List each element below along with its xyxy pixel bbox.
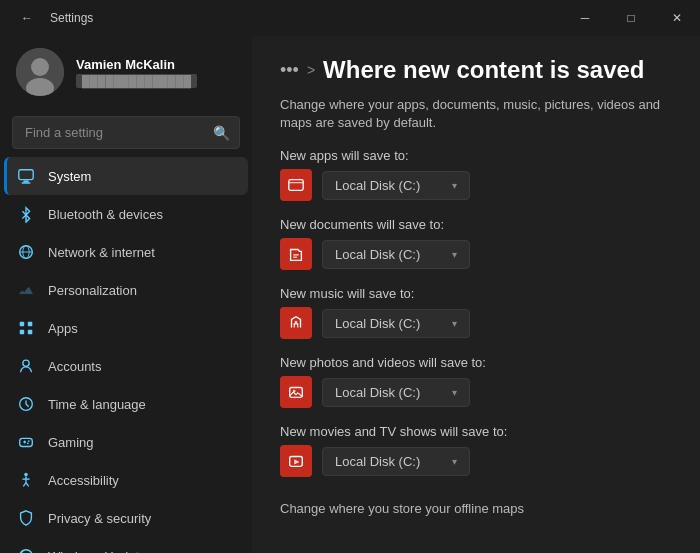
svg-point-32 bbox=[295, 321, 298, 324]
save-control-2: Local Disk (C:) ▾ bbox=[280, 307, 672, 339]
user-profile[interactable]: Vamien McKalin ██████████████ bbox=[0, 36, 252, 108]
svg-rect-3 bbox=[19, 170, 33, 180]
breadcrumb-separator: > bbox=[307, 62, 315, 78]
sidebar: Vamien McKalin ██████████████ 🔍 System B… bbox=[0, 36, 252, 553]
svg-rect-13 bbox=[20, 330, 25, 335]
sidebar-item-label: Accessibility bbox=[48, 473, 119, 488]
svg-rect-12 bbox=[28, 322, 33, 327]
privacy-icon bbox=[16, 508, 36, 528]
save-section: New apps will save to: Local Disk (C:) ▾… bbox=[252, 148, 700, 477]
sidebar-item-accounts[interactable]: Accounts bbox=[4, 347, 248, 385]
sidebar-item-label: Windows Update bbox=[48, 549, 146, 554]
svg-rect-33 bbox=[290, 388, 303, 398]
avatar bbox=[16, 48, 64, 96]
sidebar-item-label: Bluetooth & devices bbox=[48, 207, 163, 222]
update-icon bbox=[16, 546, 36, 553]
search-input[interactable] bbox=[12, 116, 240, 149]
save-row-2: New music will save to: Local Disk (C:) … bbox=[280, 286, 672, 339]
save-icon-4 bbox=[280, 445, 312, 477]
main-layout: Vamien McKalin ██████████████ 🔍 System B… bbox=[0, 36, 700, 553]
personalization-icon bbox=[16, 280, 36, 300]
sidebar-item-label: Apps bbox=[48, 321, 78, 336]
user-info: Vamien McKalin ██████████████ bbox=[76, 57, 197, 88]
titlebar: ← Settings ─ □ ✕ bbox=[0, 0, 700, 36]
save-label-3: New photos and videos will save to: bbox=[280, 355, 672, 370]
offline-maps-label: Change where you store your offline maps bbox=[252, 493, 700, 524]
save-row-4: New movies and TV shows will save to: Lo… bbox=[280, 424, 672, 477]
dropdown-arrow-4: ▾ bbox=[452, 456, 457, 467]
maximize-button[interactable]: □ bbox=[608, 0, 654, 36]
dropdown-arrow-1: ▾ bbox=[452, 249, 457, 260]
save-icon-0 bbox=[280, 169, 312, 201]
network-icon bbox=[16, 242, 36, 262]
user-name: Vamien McKalin bbox=[76, 57, 197, 72]
sidebar-item-system[interactable]: System bbox=[4, 157, 248, 195]
page-title: Where new content is saved bbox=[323, 56, 644, 84]
close-button[interactable]: ✕ bbox=[654, 0, 700, 36]
sidebar-item-label: Network & internet bbox=[48, 245, 155, 260]
save-dropdown-3[interactable]: Local Disk (C:) ▾ bbox=[322, 378, 470, 407]
save-dropdown-2[interactable]: Local Disk (C:) ▾ bbox=[322, 309, 470, 338]
save-row-1: New documents will save to: Local Disk (… bbox=[280, 217, 672, 270]
save-control-1: Local Disk (C:) ▾ bbox=[280, 238, 672, 270]
sidebar-item-label: Time & language bbox=[48, 397, 146, 412]
bluetooth-icon bbox=[16, 204, 36, 224]
sidebar-item-accessibility[interactable]: Accessibility bbox=[4, 461, 248, 499]
svg-point-21 bbox=[27, 442, 29, 444]
sidebar-item-label: System bbox=[48, 169, 91, 184]
nav-list: System Bluetooth & devices Network & int… bbox=[0, 157, 252, 553]
svg-marker-36 bbox=[294, 460, 299, 465]
content-description: Change where your apps, documents, music… bbox=[252, 96, 700, 148]
breadcrumb-dots[interactable]: ••• bbox=[280, 60, 299, 81]
svg-point-1 bbox=[31, 58, 49, 76]
svg-point-20 bbox=[28, 440, 30, 442]
save-icon-2 bbox=[280, 307, 312, 339]
sidebar-item-network[interactable]: Network & internet bbox=[4, 233, 248, 271]
dropdown-arrow-2: ▾ bbox=[452, 318, 457, 329]
content-header: ••• > Where new content is saved bbox=[252, 36, 700, 96]
sidebar-item-apps[interactable]: Apps bbox=[4, 309, 248, 347]
svg-rect-28 bbox=[289, 180, 303, 191]
save-icon-3 bbox=[280, 376, 312, 408]
svg-line-26 bbox=[26, 483, 29, 487]
apps-icon bbox=[16, 318, 36, 338]
save-label-0: New apps will save to: bbox=[280, 148, 672, 163]
dropdown-arrow-3: ▾ bbox=[452, 387, 457, 398]
gaming-icon bbox=[16, 432, 36, 452]
system-icon bbox=[16, 166, 36, 186]
save-label-2: New music will save to: bbox=[280, 286, 672, 301]
sidebar-item-update[interactable]: Windows Update bbox=[4, 537, 248, 553]
search-box: 🔍 bbox=[12, 116, 240, 149]
save-dropdown-1[interactable]: Local Disk (C:) ▾ bbox=[322, 240, 470, 269]
sidebar-item-personalization[interactable]: Personalization bbox=[4, 271, 248, 309]
save-control-4: Local Disk (C:) ▾ bbox=[280, 445, 672, 477]
dropdown-arrow-0: ▾ bbox=[452, 180, 457, 191]
search-icon: 🔍 bbox=[213, 125, 230, 141]
save-row-3: New photos and videos will save to: Loca… bbox=[280, 355, 672, 408]
svg-point-22 bbox=[24, 473, 28, 477]
window-controls: ─ □ ✕ bbox=[562, 0, 700, 36]
sidebar-item-label: Accounts bbox=[48, 359, 101, 374]
accessibility-icon bbox=[16, 470, 36, 490]
minimize-button[interactable]: ─ bbox=[562, 0, 608, 36]
sidebar-item-gaming[interactable]: Gaming bbox=[4, 423, 248, 461]
save-dropdown-4[interactable]: Local Disk (C:) ▾ bbox=[322, 447, 470, 476]
app-title: Settings bbox=[50, 11, 93, 25]
save-control-3: Local Disk (C:) ▾ bbox=[280, 376, 672, 408]
svg-rect-4 bbox=[23, 181, 28, 183]
time-icon bbox=[16, 394, 36, 414]
save-dropdown-0[interactable]: Local Disk (C:) ▾ bbox=[322, 171, 470, 200]
save-label-1: New documents will save to: bbox=[280, 217, 672, 232]
back-button[interactable]: ← bbox=[12, 0, 42, 36]
sidebar-item-time[interactable]: Time & language bbox=[4, 385, 248, 423]
sidebar-item-privacy[interactable]: Privacy & security bbox=[4, 499, 248, 537]
sidebar-item-bluetooth[interactable]: Bluetooth & devices bbox=[4, 195, 248, 233]
svg-point-15 bbox=[23, 360, 29, 366]
sidebar-item-label: Privacy & security bbox=[48, 511, 151, 526]
titlebar-left: ← Settings bbox=[12, 0, 93, 36]
accounts-icon bbox=[16, 356, 36, 376]
sidebar-item-label: Personalization bbox=[48, 283, 137, 298]
user-email: ██████████████ bbox=[76, 74, 197, 88]
svg-rect-11 bbox=[20, 322, 25, 327]
save-control-0: Local Disk (C:) ▾ bbox=[280, 169, 672, 201]
